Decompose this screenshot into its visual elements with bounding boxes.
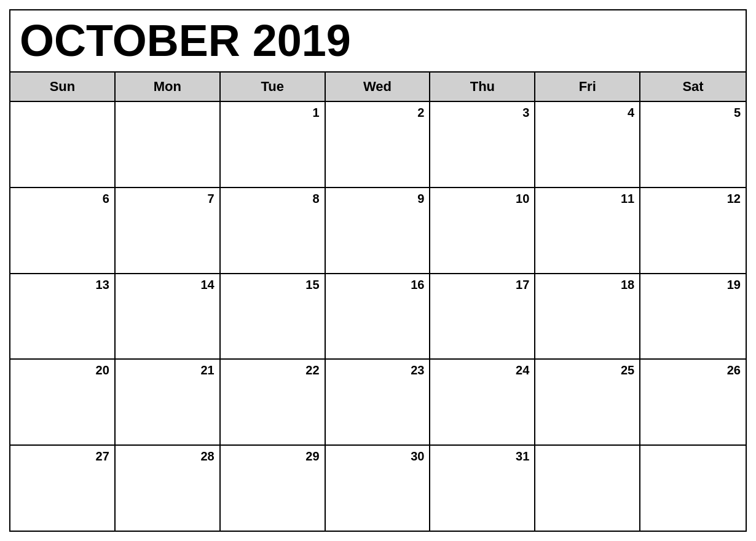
- day-number: 9: [331, 192, 425, 206]
- day-number: 5: [645, 106, 741, 120]
- calendar-day-cell: 8: [221, 188, 326, 273]
- calendar-grid: SunMonTueWedThuFriSat 123456789101112131…: [10, 73, 746, 531]
- day-number: 6: [15, 192, 109, 206]
- calendar-day-cell: 11: [535, 188, 640, 273]
- day-number: 13: [15, 278, 109, 292]
- calendar-day-cell: 26: [640, 360, 746, 444]
- day-number: 19: [645, 278, 741, 292]
- calendar-day-cell: 13: [10, 274, 116, 359]
- calendar-day-cell: 15: [221, 274, 326, 359]
- day-number: 15: [226, 278, 320, 292]
- week-row-3: 13141516171819: [10, 274, 746, 360]
- week-row-2: 6789101112: [10, 188, 746, 274]
- calendar-day-cell: 27: [10, 446, 116, 531]
- header-wed: Wed: [326, 73, 431, 101]
- header-thu: Thu: [430, 73, 535, 101]
- calendar-weeks: 1234567891011121314151617181920212223242…: [10, 102, 746, 531]
- week-row-4: 20212223242526: [10, 360, 746, 446]
- day-number: 26: [645, 363, 741, 377]
- day-number: 12: [645, 192, 741, 206]
- day-number: 25: [540, 363, 634, 377]
- day-number: 20: [15, 363, 109, 377]
- day-number: 21: [120, 363, 215, 377]
- calendar-day-cell: 14: [116, 274, 221, 359]
- day-number: 29: [226, 449, 320, 464]
- day-number: 28: [120, 449, 215, 464]
- calendar-day-cell: 1: [221, 102, 326, 187]
- calendar-day-cell: 25: [535, 360, 640, 444]
- day-number: 14: [120, 278, 215, 292]
- day-number: 8: [226, 192, 320, 206]
- calendar-day-cell: 4: [535, 102, 640, 187]
- day-number: 4: [540, 106, 634, 120]
- calendar-day-cell: 30: [326, 446, 431, 531]
- calendar-day-cell: 19: [640, 274, 746, 359]
- calendar-title: OCTOBER 2019: [10, 10, 746, 73]
- calendar-day-cell: 20: [10, 360, 116, 444]
- header-sun: Sun: [10, 73, 116, 101]
- day-number: 2: [331, 106, 425, 120]
- calendar-day-cell: 2: [326, 102, 431, 187]
- calendar-day-cell: 22: [221, 360, 326, 444]
- calendar-day-cell: 16: [326, 274, 431, 359]
- calendar-day-cell: 12: [640, 188, 746, 273]
- calendar-day-cell: 17: [430, 274, 535, 359]
- calendar: OCTOBER 2019 SunMonTueWedThuFriSat 12345…: [9, 9, 747, 532]
- calendar-day-cell: 18: [535, 274, 640, 359]
- day-number: 11: [540, 192, 634, 206]
- calendar-header-row: SunMonTueWedThuFriSat: [10, 73, 746, 102]
- calendar-day-cell: 5: [640, 102, 746, 187]
- day-number: 16: [331, 278, 425, 292]
- day-number: 23: [331, 363, 425, 377]
- day-number: 30: [331, 449, 425, 464]
- day-number: 27: [15, 449, 109, 464]
- day-number: 17: [435, 278, 529, 292]
- calendar-day-cell: 7: [116, 188, 221, 273]
- day-number: 3: [435, 106, 529, 120]
- day-number: 22: [226, 363, 320, 377]
- calendar-day-cell: 31: [430, 446, 535, 531]
- calendar-day-cell: 9: [326, 188, 431, 273]
- header-mon: Mon: [116, 73, 221, 101]
- calendar-day-cell: 21: [116, 360, 221, 444]
- calendar-day-cell: 3: [430, 102, 535, 187]
- week-row-5: 2728293031: [10, 446, 746, 531]
- day-number: 10: [435, 192, 529, 206]
- day-number: 7: [120, 192, 215, 206]
- calendar-day-cell: 6: [10, 188, 116, 273]
- calendar-day-cell: 28: [116, 446, 221, 531]
- calendar-day-cell: 24: [430, 360, 535, 444]
- calendar-day-cell: [10, 102, 116, 187]
- header-fri: Fri: [535, 73, 640, 101]
- day-number: 1: [226, 106, 320, 120]
- day-number: 31: [435, 449, 529, 464]
- calendar-day-cell: [535, 446, 640, 531]
- calendar-day-cell: 29: [221, 446, 326, 531]
- day-number: 18: [540, 278, 634, 292]
- calendar-day-cell: [640, 446, 746, 531]
- calendar-day-cell: [116, 102, 221, 187]
- header-tue: Tue: [221, 73, 326, 101]
- day-number: 24: [435, 363, 529, 377]
- calendar-day-cell: 23: [326, 360, 431, 444]
- week-row-1: 12345: [10, 102, 746, 188]
- calendar-day-cell: 10: [430, 188, 535, 273]
- header-sat: Sat: [640, 73, 746, 101]
